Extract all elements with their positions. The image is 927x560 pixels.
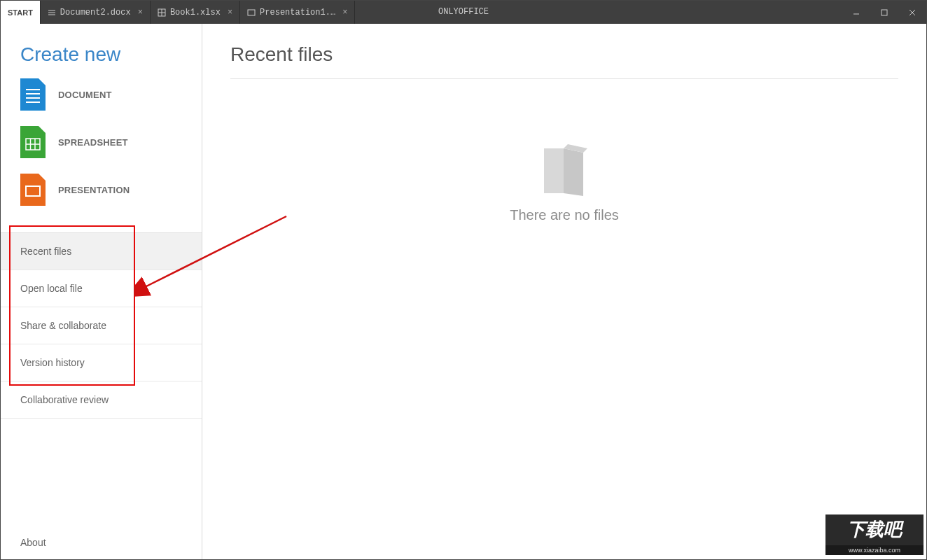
tab-label: Document2.docx bbox=[60, 8, 131, 18]
svg-rect-6 bbox=[248, 10, 255, 15]
close-icon[interactable]: × bbox=[138, 8, 143, 18]
nav-open-local-file[interactable]: Open local file bbox=[1, 270, 202, 307]
tab-label: START bbox=[8, 8, 33, 17]
empty-state: There are no files bbox=[202, 143, 926, 223]
minimize-button[interactable] bbox=[842, 1, 870, 24]
nav-share-collaborate[interactable]: Share & collaborate bbox=[1, 307, 202, 344]
tab-document[interactable]: Document2.docx × bbox=[41, 1, 151, 24]
empty-state-text: There are no files bbox=[202, 207, 926, 223]
nav-recent-files[interactable]: Recent files bbox=[1, 233, 202, 270]
nav-list: Recent files Open local file Share & col… bbox=[1, 232, 202, 419]
spreadsheet-icon bbox=[158, 8, 166, 17]
close-window-button[interactable] bbox=[898, 1, 926, 24]
svg-rect-8 bbox=[881, 10, 887, 15]
close-icon[interactable]: × bbox=[228, 8, 232, 18]
tab-label: Presentation1.… bbox=[260, 8, 335, 18]
close-icon[interactable]: × bbox=[342, 8, 347, 18]
page-title: Recent files bbox=[230, 43, 898, 66]
document-file-icon bbox=[20, 78, 46, 111]
create-document[interactable]: DOCUMENT bbox=[20, 78, 182, 111]
maximize-button[interactable] bbox=[870, 1, 898, 24]
titlebar: START Document2.docx × Book1.xlsx × Pres… bbox=[1, 1, 926, 24]
tab-presentation[interactable]: Presentation1.… × bbox=[240, 1, 355, 24]
spreadsheet-file-icon bbox=[20, 126, 46, 158]
create-spreadsheet[interactable]: SPREADSHEET bbox=[20, 126, 182, 158]
main-panel: Recent files There are no files bbox=[202, 24, 926, 559]
svg-marker-21 bbox=[564, 148, 583, 196]
tab-label: Book1.xlsx bbox=[170, 8, 221, 18]
presentation-file-icon bbox=[20, 174, 46, 206]
nav-collaborative-review[interactable]: Collaborative review bbox=[1, 382, 202, 419]
svg-text:www.xiazaiba.com: www.xiazaiba.com bbox=[848, 547, 900, 554]
nav-version-history[interactable]: Version history bbox=[1, 344, 202, 382]
tab-spreadsheet[interactable]: Book1.xlsx × bbox=[151, 1, 240, 24]
document-icon bbox=[48, 8, 56, 17]
divider bbox=[230, 78, 898, 79]
create-spreadsheet-label: SPREADSHEET bbox=[58, 137, 128, 148]
create-presentation[interactable]: PRESENTATION bbox=[20, 174, 182, 206]
watermark: 下载吧 www.xiazaiba.com bbox=[825, 514, 923, 558]
sidebar: Create new DOCUMENT SPREADSHEET bbox=[1, 24, 202, 559]
create-document-label: DOCUMENT bbox=[58, 90, 112, 100]
svg-marker-20 bbox=[544, 148, 564, 193]
create-presentation-label: PRESENTATION bbox=[58, 185, 130, 195]
create-new-title: Create new bbox=[20, 43, 182, 66]
svg-text:下载吧: 下载吧 bbox=[847, 519, 905, 540]
presentation-icon bbox=[247, 9, 256, 16]
tab-start[interactable]: START bbox=[1, 1, 41, 24]
nav-about[interactable]: About bbox=[1, 526, 202, 559]
empty-folder-icon bbox=[540, 143, 589, 197]
